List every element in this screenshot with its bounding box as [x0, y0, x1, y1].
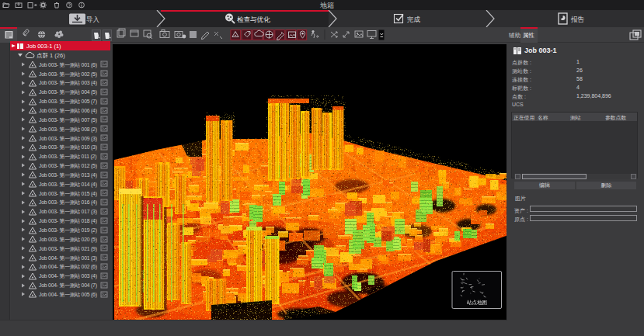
svg-text:站点地图: 站点地图 [467, 300, 487, 306]
